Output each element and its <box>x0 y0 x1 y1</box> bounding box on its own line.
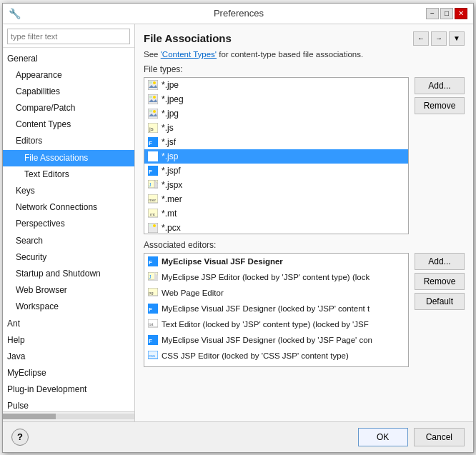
right-panel: File Associations ← → ▼ See 'Content Typ… <box>135 24 473 421</box>
remove-assoc-button[interactable]: Remove <box>415 273 465 290</box>
svg-text:J: J <box>149 182 152 187</box>
close-button[interactable]: ✕ <box>455 8 467 19</box>
file-list[interactable]: *.jpe*.jpeg*.jpgjs*.jsF*.jsfF*.jspF*.jsp… <box>144 78 408 234</box>
assoc-editor-row[interactable]: pgWeb Page Editor <box>144 285 408 301</box>
forward-dropdown[interactable]: → <box>431 31 447 46</box>
svg-text:J: J <box>149 274 152 279</box>
cancel-button[interactable]: Cancel <box>414 428 465 446</box>
assoc-editor-label: MyEclipse JSP Editor (locked by 'JSP' co… <box>162 273 370 281</box>
tree-item-web-browser[interactable]: Web Browser <box>3 282 134 299</box>
svg-rect-28 <box>149 224 152 226</box>
ok-button[interactable]: OK <box>358 428 408 446</box>
tree-item-ant[interactable]: Ant <box>3 316 134 332</box>
svg-text:F: F <box>149 169 152 175</box>
assoc-editor-row[interactable]: cssCSS JSP Editor (locked by 'CSS JSP' c… <box>144 348 408 364</box>
file-type-label: *.jsp <box>162 151 178 161</box>
svg-text:F: F <box>149 306 152 313</box>
help-button[interactable]: ? <box>11 429 29 446</box>
tree-item-appearance[interactable]: Appearance <box>3 67 134 84</box>
tree-item-editors[interactable]: Editors <box>3 133 134 149</box>
assoc-editor-row[interactable]: txtText Editor (locked by 'JSP' content … <box>144 316 408 332</box>
file-type-label: *.mt <box>162 209 177 219</box>
tree-item-pulse[interactable]: Pulse <box>3 398 134 411</box>
tree-item-content-types[interactable]: Content Types <box>3 116 134 133</box>
tree-item-perspectives[interactable]: Perspectives <box>3 216 134 232</box>
assoc-editors-label: Associated editors: <box>144 240 465 250</box>
assoc-editor-label: MyEclipse Visual JSF Designer <box>162 257 283 266</box>
dialog-title: Preferences <box>51 8 426 19</box>
tree-item-compare/patch[interactable]: Compare/Patch <box>3 100 134 116</box>
file-type-row[interactable]: js*.js <box>144 121 408 135</box>
horizontal-scrollbar[interactable] <box>3 411 134 421</box>
filter-box <box>3 24 134 48</box>
file-type-label: *.jspx <box>162 180 182 190</box>
file-type-row[interactable]: mer*.mer <box>144 192 408 206</box>
file-type-label: *.js <box>162 123 174 133</box>
tree-item-file-associations[interactable]: File Associations <box>3 150 134 166</box>
default-button[interactable]: Default <box>415 293 465 310</box>
info-text: See 'Content Types' for content-type bas… <box>144 50 465 59</box>
tree-item-startup-and-shutdown[interactable]: Startup and Shutdown <box>3 266 134 282</box>
tree-item-help[interactable]: Help <box>3 332 134 349</box>
file-type-row[interactable]: *.pcx <box>144 221 408 234</box>
tree-item-network-connections[interactable]: Network Connections <box>3 199 134 216</box>
assoc-editor-row[interactable]: FMyEclipse Visual JSF Designer (locked b… <box>144 332 408 348</box>
assoc-editor-row[interactable]: JMyEclipse JSP Editor (locked by 'JSP' c… <box>144 269 408 285</box>
tree-item-plug-in-development[interactable]: Plug-in Development <box>3 381 134 398</box>
remove-file-type-button[interactable]: Remove <box>415 97 465 114</box>
svg-text:mt: mt <box>150 212 155 216</box>
footer-left: ? <box>11 429 29 446</box>
footer-right: OK Cancel <box>358 428 465 446</box>
file-list-container: *.jpe*.jpeg*.jpgjs*.jsF*.jsfF*.jspF*.jsp… <box>144 77 409 234</box>
add-assoc-button[interactable]: Add... <box>415 253 465 270</box>
toolbar-dropdown[interactable]: ▼ <box>449 31 465 46</box>
filter-input[interactable] <box>7 29 130 44</box>
assoc-editor-label: MyEclipse Visual JSF Designer (locked by… <box>162 336 372 344</box>
assoc-editor-row[interactable]: FMyEclipse Visual JSF Designer <box>144 254 408 269</box>
assoc-list-wrap: FMyEclipse Visual JSF DesignerJMyEclipse… <box>144 253 409 367</box>
svg-rect-9 <box>149 110 152 112</box>
file-type-row[interactable]: J*.jspx <box>144 178 408 192</box>
assoc-editor-row[interactable]: FMyEclipse Visual JSF Designer (locked b… <box>144 301 408 316</box>
assoc-list-container: FMyEclipse Visual JSF DesignerJMyEclipse… <box>144 253 409 367</box>
file-type-row[interactable]: F*.jspf <box>144 164 408 178</box>
svg-rect-5 <box>149 96 152 98</box>
tree-item-text-editors[interactable]: Text Editors <box>3 166 134 183</box>
file-type-row[interactable]: mt*.mt <box>144 206 408 221</box>
scroll-thumb <box>3 414 56 419</box>
tree-item-java[interactable]: Java <box>3 349 134 365</box>
file-type-row[interactable]: F*.jsf <box>144 135 408 149</box>
back-button[interactable]: ← <box>413 31 429 46</box>
left-panel: GeneralAppearanceCapabilitiesCompare/Pat… <box>3 24 135 421</box>
tree-item-workspace[interactable]: Workspace <box>3 299 134 315</box>
minimize-button[interactable]: − <box>426 8 439 19</box>
assoc-list[interactable]: FMyEclipse Visual JSF DesignerJMyEclipse… <box>144 254 408 366</box>
svg-text:F: F <box>149 140 152 146</box>
svg-text:F: F <box>149 259 152 266</box>
tree-item-capabilities[interactable]: Capabilities <box>3 84 134 100</box>
tree-item-keys[interactable]: Keys <box>3 183 134 199</box>
add-file-type-button[interactable]: Add... <box>415 77 465 94</box>
file-type-row[interactable]: *.jpeg <box>144 92 408 106</box>
content-types-link[interactable]: 'Content Types' <box>161 50 217 59</box>
file-type-buttons: Add... Remove <box>415 77 465 234</box>
file-type-label: *.jpeg <box>162 94 184 104</box>
title-bar-controls: − □ ✕ <box>426 8 467 19</box>
assoc-editor-label: MyEclipse Visual JSF Designer (locked by… <box>162 304 370 313</box>
tree: GeneralAppearanceCapabilitiesCompare/Pat… <box>3 48 134 411</box>
tree-item-general[interactable]: General <box>3 51 134 67</box>
file-type-row[interactable]: F*.jsp <box>144 149 408 164</box>
file-type-row[interactable]: *.jpe <box>144 78 408 92</box>
tree-item-myeclipse[interactable]: MyEclipse <box>3 365 134 381</box>
file-type-label: *.jsf <box>162 137 176 147</box>
restore-button[interactable]: □ <box>440 8 453 19</box>
svg-point-29 <box>153 224 156 227</box>
assoc-editor-label: Text Editor (locked by 'JSP' content typ… <box>162 320 369 329</box>
tree-item-search[interactable]: Search <box>3 233 134 249</box>
tree-item-security[interactable]: Security <box>3 249 134 266</box>
svg-point-2 <box>153 81 156 84</box>
svg-text:js: js <box>149 126 154 132</box>
assoc-editor-label: CSS JSP Editor (locked by 'CSS JSP' cont… <box>162 351 349 360</box>
svg-text:txt: txt <box>149 322 154 326</box>
file-type-row[interactable]: *.jpg <box>144 106 408 121</box>
